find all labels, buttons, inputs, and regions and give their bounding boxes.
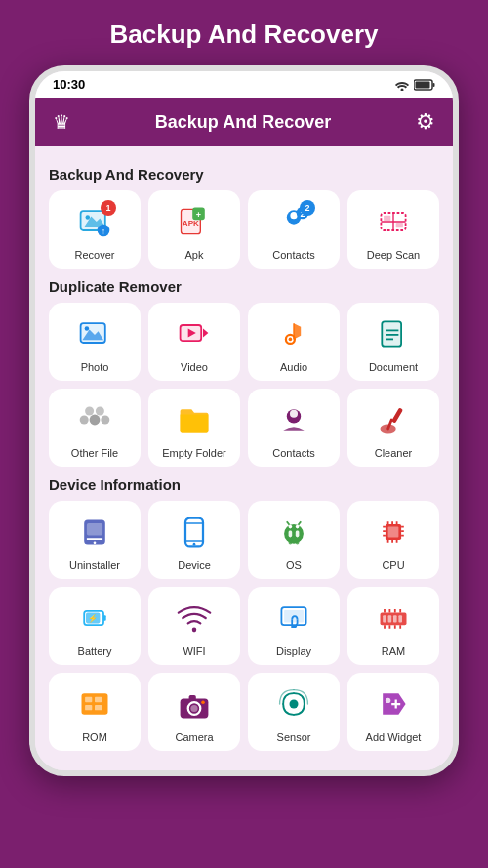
other-file-label: Other File: [71, 447, 118, 459]
recover-label: Recover: [75, 249, 115, 261]
battery-label: Battery: [78, 645, 112, 657]
svg-rect-82: [103, 615, 106, 620]
photo-icon: [77, 316, 112, 351]
svg-point-7: [86, 215, 91, 220]
grid-item-rom[interactable]: ROM: [49, 673, 141, 751]
settings-icon[interactable]: ⚙: [416, 109, 435, 135]
status-icons: [394, 79, 435, 91]
cpu-label: CPU: [382, 559, 404, 571]
grid-item-contacts-dup[interactable]: Contacts: [248, 389, 340, 467]
cpu-icon: [376, 515, 411, 550]
audio-label: Audio: [280, 361, 307, 373]
camera-label: Camera: [175, 731, 213, 743]
svg-rect-51: [87, 523, 102, 536]
svg-rect-54: [185, 518, 203, 547]
audio-icon: [276, 316, 311, 351]
svg-text:⚡: ⚡: [88, 613, 99, 624]
camera-icon: [177, 686, 212, 722]
svg-point-0: [401, 88, 404, 91]
svg-rect-109: [189, 695, 196, 700]
grid-item-battery[interactable]: ⚡ Battery: [49, 587, 141, 665]
grid-item-device[interactable]: Device: [148, 501, 240, 579]
grid-item-camera[interactable]: Camera: [148, 673, 240, 751]
svg-rect-65: [289, 539, 293, 544]
svg-rect-60: [296, 530, 300, 537]
photo-label: Photo: [81, 361, 109, 373]
os-icon: [276, 515, 311, 550]
grid-item-cleaner[interactable]: Cleaner: [347, 389, 439, 467]
ram-label: RAM: [382, 645, 405, 657]
device-label: Device: [178, 559, 211, 571]
content-area: Backup And Recovery ↑ 1 Re: [35, 146, 453, 770]
svg-text:↑: ↑: [102, 227, 106, 236]
grid-item-deep-scan[interactable]: Deep Scan: [347, 190, 439, 269]
video-label: Video: [181, 361, 208, 373]
wifi-label: WIFI: [183, 645, 205, 657]
section-backup-title: Backup And Recovery: [49, 166, 439, 183]
svg-point-33: [289, 338, 293, 342]
grid-item-audio[interactable]: Audio: [248, 303, 340, 381]
svg-point-42: [101, 416, 109, 425]
grid-item-empty-folder[interactable]: Empty Folder: [148, 389, 240, 467]
uninstaller-label: Uninstaller: [69, 559, 120, 571]
document-label: Document: [369, 361, 418, 373]
display-label: Display: [276, 645, 311, 657]
other-file-icon: [77, 402, 112, 437]
wifi-status-icon: [394, 79, 410, 91]
rom-label: ROM: [82, 731, 107, 743]
svg-point-85: [192, 627, 197, 632]
ram-icon: [376, 600, 411, 636]
svg-rect-3: [416, 81, 430, 88]
svg-rect-91: [393, 615, 397, 622]
svg-point-58: [284, 524, 304, 544]
svg-point-27: [85, 326, 90, 331]
device-grid: Uninstaller Device: [49, 501, 439, 751]
top-bar: ♛ Backup And Recover ⚙: [35, 98, 453, 146]
svg-rect-105: [95, 705, 102, 710]
apk-label: Apk: [185, 249, 204, 261]
rom-icon: [77, 686, 112, 722]
grid-item-apk[interactable]: APK + Apk: [148, 190, 240, 269]
svg-point-112: [386, 698, 390, 703]
phone-frame: 10:30 ♛ Backup And Recover ⚙ Backup And …: [29, 65, 459, 776]
video-icon: [177, 316, 212, 351]
grid-item-wifi[interactable]: WIFI: [148, 587, 240, 665]
svg-marker-30: [203, 329, 208, 338]
grid-item-contacts-backup[interactable]: 2 2 Contacts: [248, 190, 340, 269]
contacts-badge: 2: [300, 200, 315, 216]
svg-point-108: [190, 705, 197, 712]
grid-item-ram[interactable]: RAM: [347, 587, 439, 665]
svg-point-61: [289, 525, 293, 529]
grid-item-cpu[interactable]: CPU: [347, 501, 439, 579]
grid-item-display[interactable]: Display: [248, 587, 340, 665]
svg-point-62: [296, 525, 300, 529]
contacts-dup-icon: [276, 402, 311, 437]
status-time: 10:30: [53, 77, 85, 92]
sensor-label: Sensor: [277, 731, 311, 743]
sensor-icon: [276, 686, 311, 722]
backup-grid: ↑ 1 Recover APK + Apk: [49, 190, 439, 269]
battery-icon: ⚡: [77, 600, 112, 636]
svg-line-63: [287, 521, 290, 525]
uninstaller-icon: [77, 515, 112, 550]
grid-item-sensor[interactable]: Sensor: [248, 673, 340, 751]
grid-item-video[interactable]: Video: [148, 303, 240, 381]
document-icon: [376, 316, 411, 351]
grid-item-add-widget[interactable]: Add Widget: [347, 673, 439, 751]
grid-item-recover[interactable]: ↑ 1 Recover: [49, 190, 141, 269]
add-widget-icon: [376, 686, 411, 722]
section-device-title: Device Information: [49, 476, 439, 493]
cleaner-icon: [376, 402, 411, 437]
grid-item-document[interactable]: Document: [347, 303, 439, 381]
grid-item-photo[interactable]: Photo: [49, 303, 141, 381]
grid-item-os[interactable]: OS: [248, 501, 340, 579]
svg-rect-2: [433, 83, 435, 87]
svg-rect-89: [383, 615, 386, 622]
contacts-backup-label: Contacts: [272, 249, 314, 261]
grid-item-uninstaller[interactable]: Uninstaller: [49, 501, 141, 579]
svg-line-64: [299, 521, 302, 525]
grid-item-other-file[interactable]: Other File: [49, 389, 141, 467]
svg-text:+: +: [196, 210, 201, 220]
svg-point-111: [290, 700, 299, 709]
add-widget-label: Add Widget: [366, 731, 422, 743]
